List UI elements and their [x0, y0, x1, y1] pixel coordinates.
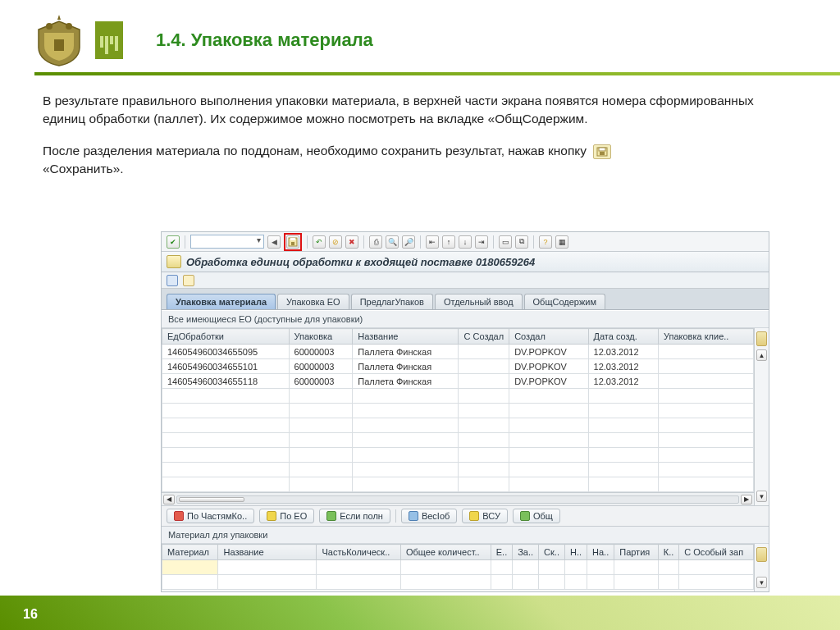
page-title: 1.4. Упаковка материала	[156, 30, 373, 51]
last-page-icon[interactable]: ⇥	[475, 235, 488, 249]
col-cflag[interactable]: С Создал	[459, 329, 509, 345]
tab-pack-eo[interactable]: Упаковка ЕО	[277, 294, 349, 309]
table-row	[162, 560, 754, 575]
table-row: 146054960034655095 60000003 Паллета Финс…	[162, 345, 754, 359]
prev-page-icon[interactable]: ↑	[442, 235, 455, 249]
tab-proposal[interactable]: ПредлагУпаков	[351, 294, 433, 309]
svg-rect-4	[599, 148, 605, 151]
paragraph-2: После разделения материала по поддонам, …	[43, 142, 797, 177]
footer-bar: 16	[0, 596, 840, 630]
crest-logo	[34, 15, 84, 67]
col-pack[interactable]: Упаковка	[289, 329, 353, 345]
table-row	[162, 418, 754, 433]
col-eo[interactable]: ЕдОбработки	[162, 329, 290, 345]
col-name[interactable]: Название	[353, 329, 459, 345]
svg-rect-0	[54, 39, 64, 51]
btn-full[interactable]: Если полн	[319, 509, 390, 523]
window-title: Обработка единиц обработки к входящей по…	[186, 256, 535, 268]
window-titlebar: Обработка единиц обработки к входящей по…	[162, 252, 769, 272]
col-creator[interactable]: Создал	[509, 329, 588, 345]
new-hu-icon[interactable]	[167, 275, 178, 286]
upper-grid-header: Все имеющиеся ЕО (доступные для упаковки…	[162, 311, 769, 328]
lower-grid: Материал Название ЧастьКолическ.. Общее …	[162, 544, 754, 590]
tab-strip: Упаковка материала Упаковка ЕО ПредлагУп…	[162, 289, 769, 310]
exit-icon[interactable]: ⊘	[329, 235, 342, 249]
content-block: В результате правильного выполнения упак…	[43, 92, 797, 193]
print-icon[interactable]: ⎙	[369, 235, 382, 249]
btn-eo[interactable]: По ЕО	[259, 509, 314, 523]
badge-logo	[95, 21, 123, 59]
btn-vsu[interactable]: ВСУ	[462, 509, 508, 523]
save-icon-inline	[593, 144, 611, 159]
lower-grid-header: Материал для упаковки	[162, 527, 769, 544]
save-button[interactable]	[286, 235, 299, 249]
svg-point-2	[66, 23, 72, 30]
col-cust[interactable]: Упаковка клие..	[658, 329, 753, 345]
first-page-icon[interactable]: ⇤	[426, 235, 439, 249]
table-row	[162, 463, 754, 477]
table-row	[162, 404, 754, 418]
tab-single-entry[interactable]: Отдельный ввод	[435, 294, 523, 309]
command-field[interactable]	[190, 235, 264, 249]
save-highlight	[284, 233, 302, 251]
action-bar: По ЧастямКо.. По ЕО Если полн ВесІоб ВСУ…	[162, 505, 769, 527]
svg-point-1	[46, 23, 52, 30]
find-icon[interactable]: 🔍	[386, 235, 399, 249]
cancel-icon[interactable]: ✖	[345, 235, 358, 249]
main-toolbar: ✔ ◀ ↶ ⊘ ✖ ⎙ 🔍 🔎 ⇤ ↑ ↓ ⇥ ▭ ⧉ ? ▦	[162, 232, 769, 252]
table-row: 146054960034655101 60000003 Паллета Финс…	[162, 359, 754, 374]
nav-prev-button[interactable]: ◀	[267, 235, 281, 249]
paragraph-1: В результате правильного выполнения упак…	[43, 92, 797, 127]
table-row	[162, 575, 754, 590]
page-number: 16	[23, 607, 38, 622]
btn-weight[interactable]: ВесІоб	[401, 509, 457, 523]
header-rule	[34, 72, 840, 75]
table-row	[162, 433, 754, 448]
svg-rect-5	[600, 152, 605, 155]
table-row	[162, 448, 754, 463]
secondary-toolbar	[162, 272, 769, 289]
btn-total[interactable]: Общ	[513, 509, 560, 523]
table-row	[162, 477, 754, 492]
help-icon[interactable]: ?	[539, 235, 552, 249]
shortcut-icon[interactable]: ⧉	[515, 235, 528, 249]
upper-vscroll[interactable]: ▲ ▼	[754, 328, 769, 505]
back-icon[interactable]: ↶	[313, 235, 326, 249]
tab-pack-material[interactable]: Упаковка материала	[167, 294, 276, 309]
ok-button[interactable]: ✔	[167, 235, 180, 249]
svg-rect-8	[291, 242, 294, 245]
window-icon	[167, 255, 181, 268]
table-row	[162, 389, 754, 404]
btn-parts[interactable]: По ЧастямКо..	[167, 509, 254, 523]
find-next-icon[interactable]: 🔎	[402, 235, 415, 249]
sap-window: ✔ ◀ ↶ ⊘ ✖ ⎙ 🔍 🔎 ⇤ ↑ ↓ ⇥ ▭ ⧉ ? ▦ Обработк…	[161, 231, 769, 592]
assign-icon[interactable]	[183, 275, 194, 286]
tab-total-content[interactable]: ОбщСодержим	[524, 294, 605, 309]
table-row: 146054960034655118 60000003 Паллета Финс…	[162, 374, 754, 389]
svg-rect-7	[290, 238, 295, 240]
upper-grid: ЕдОбработки Упаковка Название С Создал С…	[162, 328, 754, 492]
new-session-icon[interactable]: ▭	[499, 235, 512, 249]
upper-hscroll[interactable]: ◀▶	[162, 492, 754, 505]
layout-icon[interactable]: ▦	[555, 235, 568, 249]
next-page-icon[interactable]: ↓	[459, 235, 472, 249]
lower-vscroll[interactable]: ▼	[754, 544, 769, 591]
col-date[interactable]: Дата созд.	[588, 329, 658, 345]
